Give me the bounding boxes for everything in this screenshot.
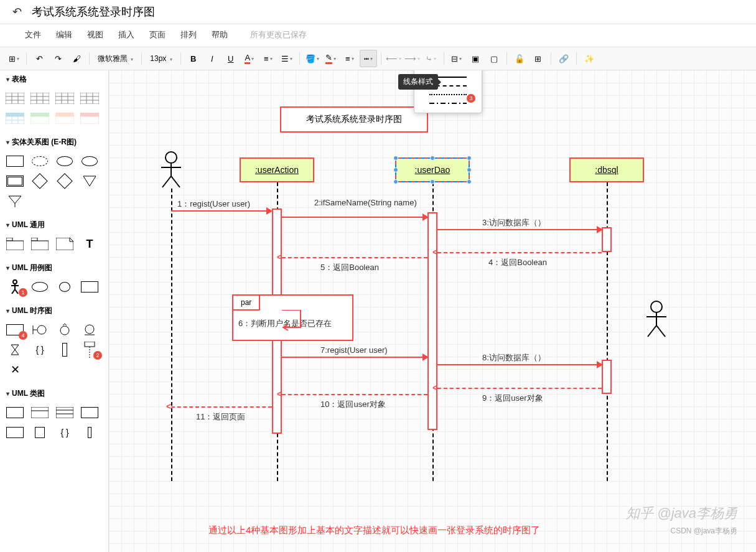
arrow-m10[interactable] [282,394,427,395]
lock-button[interactable]: 🔓 [511,50,528,67]
uml-class-3[interactable] [55,405,75,420]
activation-dbsql-1[interactable] [602,227,612,252]
er-ellipse-2[interactable] [80,154,100,169]
underline-button[interactable]: U [222,50,240,67]
bold-button[interactable]: B [185,50,202,67]
uml-class-7[interactable]: { } [55,425,75,440]
connector-start-button[interactable]: ⟵▾ [385,50,403,67]
er-rhombus[interactable] [30,174,50,189]
shape-picker-button[interactable]: ⊞▾ [5,50,22,67]
font-family-select[interactable]: 微软雅黑 ▾ [93,52,138,66]
table-shape-2[interactable] [30,91,50,106]
align-button[interactable]: ≡▾ [259,50,277,67]
uml-hourglass[interactable] [5,342,25,357]
er-rect-double[interactable] [5,174,25,189]
arrow-m11[interactable] [171,406,272,408]
arrow-m8[interactable] [437,364,602,365]
uml-lifeline[interactable]: 4 [5,322,25,337]
format-painter-button[interactable]: 🖌 [68,50,85,67]
uml-class-2[interactable] [30,405,50,420]
uml-package[interactable] [5,236,25,251]
er-rect[interactable] [5,154,25,169]
arrow-m4[interactable] [437,252,602,253]
uml-usecase-ellipse[interactable] [30,279,50,294]
table-shape-red[interactable] [80,111,100,126]
connector-end-button[interactable]: ⟶▾ [404,50,421,67]
magic-button[interactable]: ✨ [581,50,598,67]
connector-type-button[interactable]: ⤷▾ [422,50,440,67]
uml-class-6[interactable] [30,425,50,440]
uml-control[interactable] [55,322,75,337]
menu-view[interactable]: 视图 [87,29,103,40]
font-size-select[interactable]: 13px ▾ [146,52,176,65]
table-shape-3[interactable] [55,91,75,106]
uml-usecase-ellipse-2[interactable] [55,279,75,294]
er-rhombus-double[interactable] [55,174,75,189]
uml-usecase-rect[interactable] [80,279,100,294]
send-back-button[interactable]: ▢ [485,50,503,67]
lifeline-useraction[interactable]: :userAction [240,157,314,182]
redo-button[interactable]: ↷ [49,50,67,67]
section-uml-sequence[interactable]: UML 时序图 [0,302,108,320]
menu-edit[interactable]: 编辑 [56,29,72,40]
uml-entity[interactable] [80,322,100,337]
line-width-button[interactable]: ≡▾ [341,50,358,67]
menu-file[interactable]: 文件 [25,29,41,40]
menu-page[interactable]: 页面 [149,29,166,40]
actor-left[interactable] [159,151,184,189]
list-button[interactable]: ☰▾ [278,50,296,67]
table-shape-blue[interactable] [5,111,25,126]
actor-right[interactable] [644,301,669,338]
table-shape-4[interactable] [80,91,100,106]
arrow-m2[interactable] [282,217,427,218]
uml-actor[interactable]: 1 [5,279,25,294]
section-uml-general[interactable]: UML 通用 [0,216,108,234]
uml-activation[interactable] [55,342,75,357]
uml-class-4[interactable] [80,405,100,420]
table-shape-green[interactable] [30,111,50,126]
er-triangle-down[interactable] [80,174,100,189]
line-style-dashdot[interactable] [419,99,477,108]
line-style-dotted[interactable]: 3 [419,90,477,99]
arrow-m5[interactable] [282,257,427,258]
menu-arrange[interactable]: 排列 [180,29,197,40]
font-color-button[interactable]: A▾ [241,50,258,67]
table-shape-orange[interactable] [55,111,75,126]
arrow-m3[interactable] [437,229,602,230]
activation-userdao[interactable] [427,212,437,430]
uml-note[interactable] [55,236,75,251]
activation-dbsql-2[interactable] [602,360,612,394]
lifeline-dbsql[interactable]: :dbsql [569,157,644,182]
arrow-m7[interactable] [282,357,427,358]
undo-button[interactable]: ↶ [30,50,48,67]
uml-class[interactable] [5,405,25,420]
diagram-canvas[interactable]: 考试系统系统登录时序图 :userAction :userDao :dbsql … [109,70,756,552]
uml-boundary[interactable] [30,322,50,337]
menu-insert[interactable]: 插入 [118,29,134,40]
bring-front-button[interactable]: ▣ [467,50,484,67]
uml-class-5[interactable] [5,425,25,440]
section-uml-usecase[interactable]: UML 用例图 [0,259,108,277]
table-shape[interactable] [5,91,25,106]
menu-help[interactable]: 帮助 [212,29,228,40]
er-ellipse[interactable] [55,154,75,169]
arrow-m9[interactable] [437,388,602,389]
er-ellipse-dashed[interactable] [30,154,50,169]
er-triangle-down-2[interactable] [5,194,25,208]
line-style-button[interactable]: ┅▾ [360,50,377,67]
section-er[interactable]: 实体关系图 (E-R图) [0,133,108,151]
uml-package-2[interactable] [30,236,50,251]
uml-fragment[interactable]: { } [30,342,50,357]
uml-destroy[interactable]: ✕ [5,362,25,377]
italic-button[interactable]: I [203,50,221,67]
align-shapes-button[interactable]: ⊟▾ [448,50,465,67]
line-color-button[interactable]: ✎▾ [322,50,340,67]
lifeline-userdao[interactable]: :userDao [395,157,470,182]
uml-lifeline-full[interactable]: 2 [80,342,100,357]
uml-class-8[interactable] [80,425,100,440]
link-button[interactable]: 🔗 [555,50,572,67]
fill-color-button[interactable]: 🪣▾ [304,50,321,67]
diagram-title-box[interactable]: 考试系统系统登录时序图 [280,106,428,133]
back-button[interactable]: ↶ [7,2,27,21]
arrow-m1[interactable] [171,210,271,212]
